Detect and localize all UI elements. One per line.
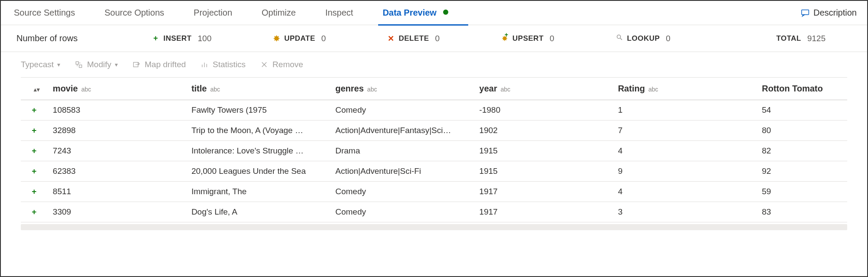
cell-rotten: 80: [762, 121, 847, 141]
cell-year: -1980: [479, 100, 618, 121]
stat-insert: + INSERT 100: [151, 34, 211, 43]
stat-total: TOTAL 9125: [776, 34, 826, 43]
cell-rating: 4: [618, 141, 762, 161]
stat-lookup: LOOKUP 0: [615, 34, 670, 43]
cell-rating: 9: [618, 161, 762, 182]
typecast-button[interactable]: Typecast▾: [21, 60, 60, 69]
tab-source-options[interactable]: Source Options: [102, 1, 167, 25]
expand-row-icon[interactable]: +: [21, 182, 53, 202]
cell-rating: 3: [618, 202, 762, 222]
cell-rating: 7: [618, 121, 762, 141]
chevron-down-icon: ▾: [57, 61, 60, 68]
table-row[interactable]: +6238320,000 Leagues Under the SeaAction…: [21, 161, 847, 182]
data-table: ▴▾ movieabc titleabc genresabc yearabc R…: [21, 77, 847, 222]
col-expand[interactable]: ▴▾: [21, 78, 53, 100]
cell-title: Fawlty Towers (1975: [191, 100, 335, 121]
expand-row-icon[interactable]: +: [21, 121, 53, 141]
description-button[interactable]: Description: [800, 8, 857, 18]
table-row[interactable]: +32898Trip to the Moon, A (Voyage …Actio…: [21, 121, 847, 141]
cell-rotten: 83: [762, 202, 847, 222]
cell-movie: 108583: [53, 100, 191, 121]
col-rating[interactable]: Ratingabc: [618, 78, 762, 100]
cell-rating: 4: [618, 182, 762, 202]
cell-rotten: 59: [762, 182, 847, 202]
stats-bar: Number of rows + INSERT 100 ✸ UPDATE 0 ✕…: [1, 25, 867, 52]
statistics-button[interactable]: Statistics: [201, 60, 246, 69]
cell-genres: Action|Adventure|Sci-Fi: [335, 161, 479, 182]
cell-genres: Comedy: [335, 182, 479, 202]
tab-source-settings[interactable]: Source Settings: [11, 1, 78, 25]
cell-genres: Comedy: [335, 202, 479, 222]
tab-optimize[interactable]: Optimize: [259, 1, 298, 25]
map-drifted-icon: [133, 61, 140, 68]
expand-row-icon[interactable]: +: [21, 100, 53, 121]
comment-icon: [800, 8, 810, 18]
cell-title: Immigrant, The: [191, 182, 335, 202]
expand-row-icon[interactable]: +: [21, 202, 53, 222]
modify-button[interactable]: Modify▾: [75, 60, 118, 69]
cell-rotten: 82: [762, 141, 847, 161]
cell-title: Dog's Life, A: [191, 202, 335, 222]
plus-icon: +: [151, 34, 160, 43]
col-year[interactable]: yearabc: [479, 78, 618, 100]
status-dot-icon: [443, 10, 448, 15]
asterisk-icon: ✸: [272, 34, 281, 43]
stat-upsert: ✸+ UPSERT 0: [500, 34, 554, 43]
table-row[interactable]: +108583Fawlty Towers (1975Comedy-1980154: [21, 100, 847, 121]
horizontal-scrollbar[interactable]: [21, 224, 847, 230]
table-row[interactable]: +7243Intolerance: Love's Struggle …Drama…: [21, 141, 847, 161]
col-movie[interactable]: movieabc: [53, 78, 191, 100]
svg-line-2: [620, 38, 622, 40]
cell-year: 1917: [479, 202, 618, 222]
expand-row-icon[interactable]: +: [21, 161, 53, 182]
tab-label: Data Preview: [382, 8, 437, 17]
col-title[interactable]: titleabc: [191, 78, 335, 100]
stat-update: ✸ UPDATE 0: [272, 34, 326, 43]
svg-rect-0: [802, 10, 809, 14]
cell-movie: 3309: [53, 202, 191, 222]
cell-year: 1917: [479, 182, 618, 202]
modify-icon: [75, 61, 83, 68]
cell-rating: 1: [618, 100, 762, 121]
cell-movie: 62383: [53, 161, 191, 182]
cell-genres: Comedy: [335, 100, 479, 121]
x-icon: ✕: [386, 34, 395, 43]
statistics-icon: [201, 61, 208, 68]
cell-genres: Drama: [335, 141, 479, 161]
cell-year: 1915: [479, 161, 618, 182]
cell-title: Trip to the Moon, A (Voyage …: [191, 121, 335, 141]
cell-movie: 7243: [53, 141, 191, 161]
search-icon: [615, 34, 624, 43]
table-row[interactable]: +8511Immigrant, TheComedy1917459: [21, 182, 847, 202]
tab-projection[interactable]: Projection: [191, 1, 235, 25]
sort-icon: ▴▾: [34, 86, 40, 93]
cell-title: 20,000 Leagues Under the Sea: [191, 161, 335, 182]
chevron-down-icon: ▾: [115, 61, 118, 68]
col-rotten[interactable]: Rotton Tomato: [762, 78, 847, 100]
stat-delete: ✕ DELETE 0: [386, 34, 440, 43]
description-label: Description: [813, 8, 857, 18]
svg-rect-3: [76, 62, 78, 64]
svg-rect-4: [79, 65, 82, 68]
tab-data-preview[interactable]: Data Preview: [380, 1, 451, 25]
remove-button[interactable]: Remove: [260, 60, 303, 69]
cell-year: 1902: [479, 121, 618, 141]
tabs-bar: Source Settings Source Options Projectio…: [1, 1, 867, 25]
cell-genres: Action|Adventure|Fantasy|Sci…: [335, 121, 479, 141]
remove-icon: [260, 61, 268, 68]
cell-rotten: 92: [762, 161, 847, 182]
stats-title: Number of rows: [16, 33, 78, 43]
svg-point-1: [617, 35, 620, 39]
cell-year: 1915: [479, 141, 618, 161]
table-row[interactable]: +3309Dog's Life, AComedy1917383: [21, 202, 847, 222]
cell-rotten: 54: [762, 100, 847, 121]
cell-movie: 8511: [53, 182, 191, 202]
expand-row-icon[interactable]: +: [21, 141, 53, 161]
upsert-icon: ✸+: [500, 34, 509, 43]
col-genres[interactable]: genresabc: [335, 78, 479, 100]
map-drifted-button[interactable]: Map drifted: [133, 60, 186, 69]
cell-movie: 32898: [53, 121, 191, 141]
cell-title: Intolerance: Love's Struggle …: [191, 141, 335, 161]
tab-inspect[interactable]: Inspect: [323, 1, 356, 25]
table-toolbar: Typecast▾ Modify▾ Map drifted Statistics…: [1, 52, 867, 77]
